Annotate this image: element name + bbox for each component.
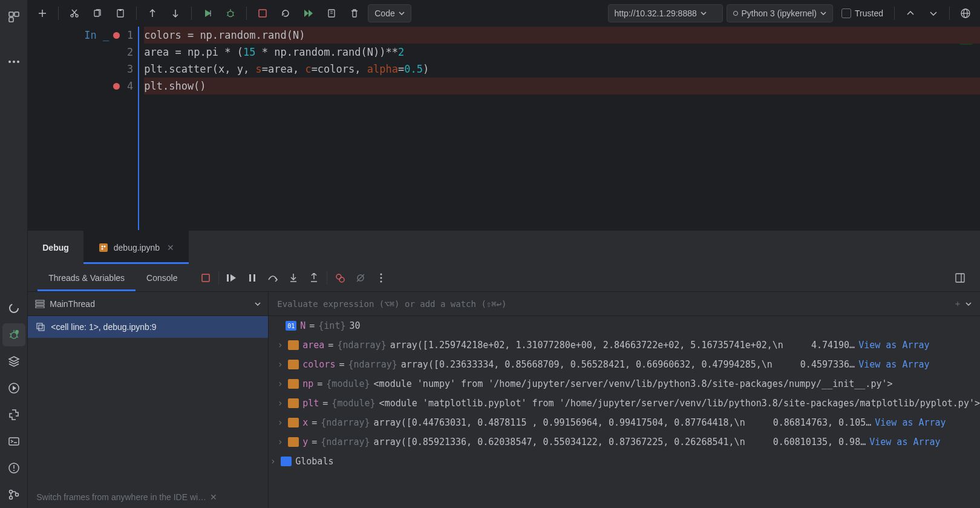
collapse-up-button[interactable] xyxy=(901,4,920,22)
var-row[interactable]: › plt = {module} <module 'matplotlib.pyp… xyxy=(269,394,980,413)
svg-point-5 xyxy=(17,61,19,63)
chevron-right-icon[interactable]: › xyxy=(276,417,284,428)
view-as-array-link[interactable]: View as Array xyxy=(858,359,929,370)
add-cell-button[interactable] xyxy=(33,4,52,22)
thread-selector[interactable]: MainThread xyxy=(28,292,268,316)
progress-icon[interactable] xyxy=(2,297,25,320)
cell-type-select[interactable]: Code xyxy=(368,4,411,22)
variables-button[interactable] xyxy=(322,4,341,22)
chevron-right-icon[interactable]: › xyxy=(276,359,284,370)
chevron-right-icon[interactable]: › xyxy=(276,437,284,447)
svg-rect-38 xyxy=(259,10,266,17)
debug-icon[interactable] xyxy=(2,323,25,346)
tab-debug[interactable]: Debug xyxy=(28,231,83,264)
breakpoint-icon[interactable] xyxy=(113,83,120,90)
line-number: 4 xyxy=(127,80,133,92)
evaluate-input[interactable]: Evaluate expression (⌥⌘) or add a watch … xyxy=(269,292,980,316)
svg-point-4 xyxy=(13,61,15,63)
hint-text: Switch frames from anywhere in the IDE w… xyxy=(28,486,268,508)
layout-icon[interactable] xyxy=(950,269,970,287)
run-cell-button[interactable] xyxy=(198,4,217,22)
globe-icon[interactable] xyxy=(956,4,975,22)
server-url-select[interactable]: http://10.32.1.29:8888 xyxy=(608,4,723,22)
svg-line-9 xyxy=(10,334,11,334)
close-hint-icon[interactable]: ✕ xyxy=(210,492,217,502)
delete-button[interactable] xyxy=(345,4,364,22)
trusted-label: Trusted xyxy=(855,8,883,18)
kernel-select[interactable]: Python 3 (ipykernel) xyxy=(727,4,834,22)
svg-point-6 xyxy=(10,304,18,312)
line-number: 1 xyxy=(127,29,133,41)
code-editor[interactable]: In _1 2 3 4 colors = np.random.rand(N) a… xyxy=(28,27,980,230)
restart-button[interactable] xyxy=(276,4,295,22)
svg-rect-1 xyxy=(15,12,19,16)
mute-breakpoints-button[interactable] xyxy=(350,269,371,287)
svg-point-19 xyxy=(9,490,12,493)
chevron-right-icon[interactable]: › xyxy=(276,378,284,389)
move-up-button[interactable] xyxy=(143,4,162,22)
svg-rect-65 xyxy=(36,303,44,305)
pause-button[interactable] xyxy=(242,269,263,287)
subtab-threads-variables[interactable]: Threads & Variables xyxy=(38,264,136,291)
subtab-console[interactable]: Console xyxy=(136,264,188,291)
var-row[interactable]: › area = {ndarray} array([1.25974218e+02… xyxy=(269,335,980,355)
step-out-button[interactable] xyxy=(304,269,324,287)
stop-button[interactable] xyxy=(253,4,272,22)
globals-icon xyxy=(281,457,292,466)
chevron-down-icon[interactable] xyxy=(965,302,972,306)
var-row[interactable]: › colors = {ndarray} array([0.23633334, … xyxy=(269,355,980,374)
expand-down-button[interactable] xyxy=(924,4,943,22)
module-icon xyxy=(288,379,299,389)
copy-button[interactable] xyxy=(88,4,107,22)
debug-panel: Debug debug.ipynb ✕ Threads & Variables … xyxy=(28,230,980,508)
var-row[interactable]: › np = {module} <module 'numpy' from '/h… xyxy=(269,374,980,394)
svg-line-36 xyxy=(227,15,229,16)
step-over-button[interactable] xyxy=(263,269,283,287)
debug-cell-button[interactable] xyxy=(221,4,240,22)
var-row[interactable]: › x = {ndarray} array([0.44763031, 0.487… xyxy=(269,413,980,432)
terminal-icon[interactable] xyxy=(2,430,25,453)
move-down-button[interactable] xyxy=(166,4,185,22)
paste-button[interactable] xyxy=(111,4,130,22)
chevron-right-icon[interactable]: › xyxy=(276,398,284,409)
var-row[interactable]: › y = {ndarray} array([0.85921336, 0.620… xyxy=(269,432,980,452)
view-as-array-link[interactable]: View as Array xyxy=(869,437,940,447)
svg-point-48 xyxy=(101,248,103,249)
svg-rect-49 xyxy=(202,274,209,282)
view-as-array-link[interactable]: View as Array xyxy=(858,340,929,351)
trusted-toggle[interactable]: Trusted xyxy=(837,8,888,18)
svg-point-60 xyxy=(381,277,382,279)
var-row[interactable]: 01 N = {int} 30 xyxy=(269,316,980,335)
step-into-button[interactable] xyxy=(283,269,304,287)
view-as-array-link[interactable]: View as Array xyxy=(875,417,946,428)
run-all-button[interactable] xyxy=(299,4,318,22)
resume-button[interactable] xyxy=(221,269,242,287)
svg-point-24 xyxy=(71,15,73,17)
git-icon[interactable] xyxy=(2,483,25,506)
tool-window-icon[interactable] xyxy=(2,5,25,28)
more-icon[interactable] xyxy=(371,269,391,287)
chevron-right-icon[interactable]: › xyxy=(269,456,277,467)
editor-gutter[interactable]: In _1 2 3 4 xyxy=(28,27,139,230)
chevron-right-icon[interactable]: › xyxy=(276,340,284,351)
breakpoint-icon[interactable] xyxy=(113,32,120,39)
svg-line-26 xyxy=(73,10,77,15)
svg-point-21 xyxy=(15,493,18,496)
view-breakpoints-button[interactable] xyxy=(330,269,350,287)
run-icon[interactable] xyxy=(2,377,25,400)
more-horizontal-icon[interactable] xyxy=(2,50,25,73)
stack-frame[interactable]: <cell line: 1>, debug.ipynb:9 xyxy=(28,316,268,338)
warning-icon[interactable] xyxy=(2,457,25,480)
add-watch-icon[interactable]: ＋ xyxy=(950,299,965,309)
svg-rect-2 xyxy=(9,18,13,22)
svg-line-27 xyxy=(72,10,76,15)
code-area[interactable]: colors = np.random.rand(N) area = np.pi … xyxy=(144,27,980,94)
var-row-globals[interactable]: › Globals xyxy=(269,452,980,471)
tab-debug-file[interactable]: debug.ipynb ✕ xyxy=(83,231,189,264)
stop-debug-button[interactable] xyxy=(195,269,216,287)
python-icon[interactable] xyxy=(2,403,25,426)
cut-button[interactable] xyxy=(65,4,84,22)
close-icon[interactable]: ✕ xyxy=(167,243,174,252)
layers-icon[interactable] xyxy=(2,350,25,373)
svg-rect-28 xyxy=(94,10,99,16)
